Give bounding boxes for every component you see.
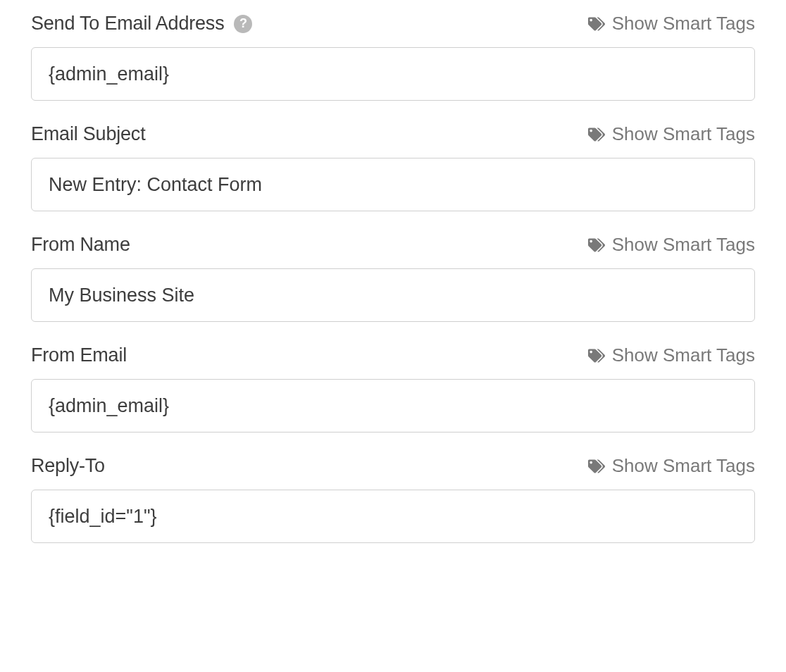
send-to-label: Send To Email Address [31, 13, 224, 35]
field-header: Reply-To Show Smart Tags [31, 455, 755, 477]
tag-icon [588, 347, 605, 364]
subject-input[interactable] [31, 158, 755, 211]
field-header: From Name Show Smart Tags [31, 234, 755, 256]
tag-icon [588, 237, 605, 254]
tag-icon [588, 126, 605, 143]
send-to-input[interactable] [31, 47, 755, 101]
from-name-label: From Name [31, 234, 130, 256]
field-send-to: Send To Email Address ? Show Smart Tags [31, 13, 755, 101]
show-smart-tags-link[interactable]: Show Smart Tags [588, 234, 755, 256]
from-email-input[interactable] [31, 379, 755, 433]
smart-tags-label: Show Smart Tags [612, 234, 755, 256]
notification-settings-form: Send To Email Address ? Show Smart Tags … [0, 0, 786, 587]
smart-tags-label: Show Smart Tags [612, 455, 755, 477]
from-email-label: From Email [31, 344, 127, 366]
field-from-name: From Name Show Smart Tags [31, 234, 755, 322]
from-name-input[interactable] [31, 268, 755, 322]
tag-icon [588, 15, 605, 32]
field-header: Email Subject Show Smart Tags [31, 123, 755, 145]
field-header: From Email Show Smart Tags [31, 344, 755, 366]
field-subject: Email Subject Show Smart Tags [31, 123, 755, 211]
label-group: Reply-To [31, 455, 105, 477]
label-group: Email Subject [31, 123, 145, 145]
reply-to-label: Reply-To [31, 455, 105, 477]
reply-to-input[interactable] [31, 490, 755, 543]
tag-icon [588, 458, 605, 475]
label-group: From Email [31, 344, 127, 366]
field-reply-to: Reply-To Show Smart Tags [31, 455, 755, 543]
label-group: Send To Email Address ? [31, 13, 252, 35]
smart-tags-label: Show Smart Tags [612, 123, 755, 145]
show-smart-tags-link[interactable]: Show Smart Tags [588, 13, 755, 35]
label-group: From Name [31, 234, 130, 256]
show-smart-tags-link[interactable]: Show Smart Tags [588, 455, 755, 477]
smart-tags-label: Show Smart Tags [612, 13, 755, 35]
help-icon[interactable]: ? [234, 15, 252, 33]
show-smart-tags-link[interactable]: Show Smart Tags [588, 344, 755, 366]
field-from-email: From Email Show Smart Tags [31, 344, 755, 433]
subject-label: Email Subject [31, 123, 145, 145]
field-header: Send To Email Address ? Show Smart Tags [31, 13, 755, 35]
show-smart-tags-link[interactable]: Show Smart Tags [588, 123, 755, 145]
smart-tags-label: Show Smart Tags [612, 344, 755, 366]
